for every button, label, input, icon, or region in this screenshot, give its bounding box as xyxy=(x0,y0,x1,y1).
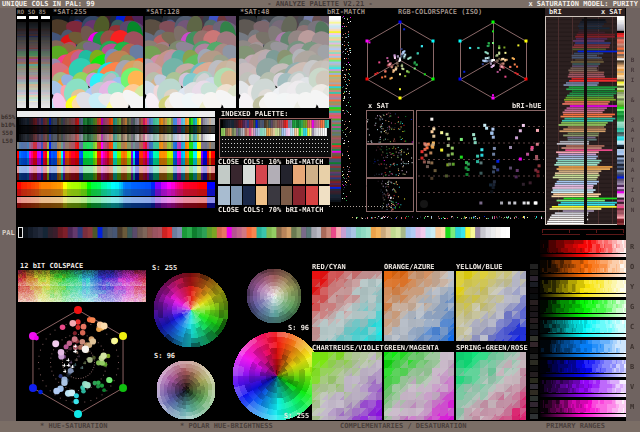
pal-strip-label: PAL xyxy=(2,229,15,237)
comp-label-green-magenta: GREEN/MAGENTA xyxy=(384,344,439,352)
bri-sat-bar-chart xyxy=(545,16,625,225)
palette-strip xyxy=(18,227,510,238)
range-bracket-marks xyxy=(540,227,626,238)
xsat-scatter-plot xyxy=(366,110,414,212)
sorted-palette-strip xyxy=(617,16,624,225)
close-color-swatch xyxy=(319,165,331,184)
bri-saturation-vertical-label: BRI & SATURATION xyxy=(628,56,636,216)
comp-panel-red-cyan xyxy=(312,271,382,341)
strip-label-b10: b10% xyxy=(1,121,15,129)
strip-label-l50: L50 xyxy=(2,137,13,145)
close-cols-row-10 xyxy=(218,165,330,184)
comp-label-spring-green-rose: SPRING-GREEN/ROSE xyxy=(456,344,528,352)
close-color-swatch xyxy=(243,165,255,184)
comp-label-red-cyan: RED/CYAN xyxy=(312,263,346,271)
indexed-palette-swatches xyxy=(220,119,329,155)
footer-complementaries[interactable]: COMPLEMENTARIES / DESATURATION xyxy=(340,422,466,430)
colspace-title: 12 bIT COLSPACE xyxy=(20,262,83,270)
primary-range-label-O: O xyxy=(630,263,634,271)
close-color-swatch xyxy=(293,186,305,205)
sat255-toggle[interactable]: *SAT:255 xyxy=(53,8,87,16)
close-color-swatch xyxy=(281,165,293,184)
tick-marks-row xyxy=(352,214,545,219)
primary-range-label-R: R xyxy=(630,243,634,251)
hue-saturation-wheel xyxy=(16,304,147,420)
palette-transform-strips xyxy=(17,110,215,208)
gradient-column-2 xyxy=(29,16,38,108)
close-color-swatch xyxy=(306,165,318,184)
sat128-toggle[interactable]: *SAT:128 xyxy=(146,8,180,16)
strip-label-s50: S50 xyxy=(2,129,13,137)
comp-label-yellow-blue: YELLOW/BLUE xyxy=(456,263,502,271)
dark-tile-strip xyxy=(530,264,538,420)
xsat-column-header: x SAT xyxy=(601,8,622,16)
polar-c-label: S: 96 xyxy=(154,352,175,360)
polar-circle-s96-top xyxy=(246,268,302,324)
close-color-swatch xyxy=(231,165,243,184)
primary-range-label-M: M xyxy=(630,403,634,411)
polar-circle-s255-top xyxy=(153,272,229,348)
primary-range-label-G: G xyxy=(630,303,634,311)
close-color-swatch xyxy=(231,186,243,205)
bri-sat-chart-header: bRI x SAT xyxy=(545,8,625,16)
footer-primary-ranges[interactable]: PRIMARY RANGES xyxy=(546,422,605,430)
primary-range-label-Y: Y xyxy=(630,283,634,291)
bri-match-strip xyxy=(329,16,341,204)
close-color-swatch xyxy=(218,165,230,184)
polar-circle-s96-bottom xyxy=(156,360,216,420)
bri-match-header: bRI-MATCH xyxy=(327,8,365,16)
close-color-swatch xyxy=(243,186,255,205)
primary-range-label-C: C xyxy=(630,323,634,331)
rgb-colorspace-header: RGB-COLORSPACE (ISO) xyxy=(398,8,482,16)
polar-d-label: S: 255 xyxy=(284,412,309,420)
xsat-scatter-label: x SAT xyxy=(368,102,389,110)
brihue-scatter-plot xyxy=(416,110,546,212)
comp-label-orange-azure: ORANGE/AZURE xyxy=(384,263,435,271)
close-color-swatch xyxy=(293,165,305,184)
close-color-swatch xyxy=(306,186,318,205)
strip-label-b65: b65% xyxy=(1,113,15,121)
indexed-palette-box xyxy=(219,118,332,158)
colspace-tiles xyxy=(18,270,146,302)
brihue-scatter-label: bRI-hUE xyxy=(512,102,542,110)
close-color-swatch xyxy=(281,186,293,205)
primary-range-letters: ROYGCABVM xyxy=(630,240,638,420)
palette-analyzer-app: { "header": { "left": "UNIQUE COLS IN PA… xyxy=(0,0,640,432)
sat48-blob-panel xyxy=(239,16,331,108)
comp-panel-spring-green-rose xyxy=(456,352,526,420)
sat48-toggle[interactable]: *SAT:48 xyxy=(240,8,270,16)
bri-column-header: bRI xyxy=(549,8,562,16)
indexed-palette-title: INDEXED PALETTE: xyxy=(221,110,288,118)
polar-circle-s255-bottom xyxy=(232,331,322,421)
bri-match-marks xyxy=(342,16,352,204)
comp-panel-orange-azure xyxy=(384,271,454,341)
close-color-swatch xyxy=(319,186,331,205)
sat128-blob-panel xyxy=(145,16,236,108)
primary-ranges-chart xyxy=(540,240,626,420)
close-color-swatch xyxy=(268,165,280,184)
polar-b-label: S: 96 xyxy=(288,324,309,332)
primary-range-label-B: B xyxy=(630,363,634,371)
close-color-swatch xyxy=(268,186,280,205)
comp-panel-chartreuse-violet xyxy=(312,352,382,420)
close-color-swatch xyxy=(218,186,230,205)
close-cols-row-70 xyxy=(218,186,330,205)
close-cols-10-label: CLOSE COLS: 10% bRI-MATCH xyxy=(218,158,323,166)
polar-a-label: S: 255 xyxy=(152,264,177,272)
footer-hue-saturation[interactable]: * HUE-SATURATION xyxy=(40,422,107,430)
saturation-model-toggle[interactable]: x SATURATION MODEL: PURITY xyxy=(528,0,638,8)
primary-range-label-A: A xyxy=(630,343,634,351)
footer-polar-hue-brightness[interactable]: * POLAR HUE-BRIGHTNESS xyxy=(180,422,273,430)
comp-panel-yellow-blue xyxy=(456,271,526,341)
gradient-column-3 xyxy=(41,16,50,108)
sat255-blob-panel xyxy=(52,16,143,108)
comp-panel-green-magenta xyxy=(384,352,454,420)
left-sidebar xyxy=(0,8,16,421)
close-color-swatch xyxy=(256,186,268,205)
primary-range-label-V: V xyxy=(630,383,634,391)
rgb-colorspace-cubes xyxy=(352,16,545,102)
comp-label-chartreuse-violet: CHARTREUSE/VIOLET xyxy=(312,344,384,352)
gradient-column-1 xyxy=(17,16,26,108)
close-cols-70-label: CLOSE COLS: 70% bRI-MATCH xyxy=(218,206,323,214)
close-color-swatch xyxy=(256,165,268,184)
